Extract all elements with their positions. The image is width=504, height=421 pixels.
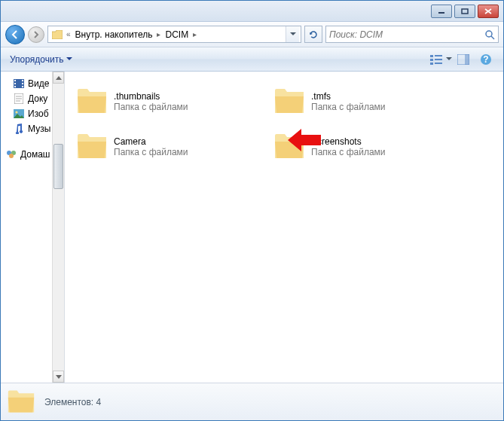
breadcrumb-seg-2[interactable]: DCIM	[162, 29, 191, 40]
maximize-icon	[461, 8, 469, 14]
status-bar: Элементов: 4	[1, 383, 503, 420]
svg-rect-5	[430, 59, 433, 61]
folder-icon	[273, 131, 305, 163]
music-icon	[13, 123, 25, 135]
folder-subtitle: Папка с файлами	[114, 102, 188, 112]
search-icon	[484, 29, 495, 40]
homegroup-icon	[5, 148, 17, 160]
refresh-icon	[308, 29, 319, 40]
svg-rect-8	[435, 63, 442, 64]
toolbar: Упорядочить ?	[1, 47, 503, 72]
chevron-right-icon: ▸	[191, 30, 198, 38]
svg-rect-17	[22, 80, 23, 81]
chevron-down-icon	[290, 32, 296, 37]
sidebar-scrollbar[interactable]	[52, 72, 64, 383]
sidebar-item-label: Виде	[28, 78, 49, 89]
close-icon	[484, 8, 492, 14]
sidebar-item-label: Домаш	[20, 149, 50, 160]
view-options-button[interactable]	[429, 50, 452, 69]
minimize-icon	[438, 8, 445, 14]
chevron-up-icon	[56, 76, 62, 80]
svg-rect-7	[430, 63, 433, 65]
back-button[interactable]	[5, 25, 25, 44]
svg-rect-18	[22, 83, 23, 84]
forward-button[interactable]	[28, 26, 44, 43]
folder-name: Screenshots	[311, 136, 386, 147]
nav-bar: « Внутр. накопитель ▸ DCIM ▸	[1, 22, 503, 47]
folder-icon	[76, 86, 108, 117]
address-dropdown[interactable]	[286, 26, 299, 42]
svg-rect-3	[430, 55, 433, 57]
sidebar-item-label: Музы	[28, 124, 50, 134]
folder-icon	[76, 131, 108, 163]
folder-icon	[7, 388, 35, 416]
sidebar: Виде Доку Изоб Музы Домаш	[1, 72, 65, 383]
folder-icon	[273, 86, 305, 117]
scroll-track[interactable]	[53, 84, 64, 371]
help-button[interactable]: ?	[475, 50, 497, 69]
folder-item[interactable]: .thumbnails Папка с файлами	[71, 81, 267, 123]
chevron-down-icon	[56, 375, 62, 379]
organize-menu[interactable]: Упорядочить	[7, 51, 81, 68]
folder-subtitle: Папка с файлами	[311, 102, 386, 112]
svg-rect-0	[438, 12, 444, 14]
sidebar-item-label: Доку	[28, 93, 47, 104]
refresh-button[interactable]	[304, 26, 322, 43]
folder-subtitle: Папка с файлами	[114, 147, 188, 157]
folder-item[interactable]: .tmfs Папка с файлами	[268, 81, 464, 123]
svg-point-2	[486, 31, 492, 37]
breadcrumb-seg-1[interactable]: Внутр. накопитель	[72, 29, 156, 40]
chevron-down-icon	[66, 57, 72, 62]
picture-icon	[13, 108, 25, 120]
chevron-left-icon: «	[65, 30, 72, 38]
view-icon	[430, 54, 444, 65]
svg-rect-14	[14, 80, 16, 81]
titlebar	[1, 1, 503, 22]
folder-view[interactable]: .thumbnails Папка с файлами .tmfs Папка …	[65, 72, 503, 383]
scroll-up-button[interactable]	[53, 72, 64, 84]
folder-name: .tmfs	[311, 91, 386, 102]
svg-rect-10	[465, 54, 469, 65]
scroll-thumb[interactable]	[53, 144, 63, 189]
arrow-right-icon	[32, 30, 41, 39]
help-icon: ?	[480, 53, 492, 66]
document-icon	[13, 93, 25, 105]
sidebar-item-label: Изоб	[28, 108, 49, 119]
folder-name: .thumbnails	[114, 91, 188, 102]
folder-item[interactable]: Camera Папка с файлами	[71, 126, 267, 168]
folder-subtitle: Папка с файлами	[311, 147, 386, 157]
preview-pane-button[interactable]	[452, 50, 475, 69]
explorer-window: « Внутр. накопитель ▸ DCIM ▸ Упорядочить	[0, 0, 504, 421]
scroll-down-button[interactable]	[53, 371, 64, 383]
content-area: Виде Доку Изоб Музы Домаш	[1, 72, 503, 383]
svg-rect-4	[435, 55, 442, 56]
status-text: Элементов: 4	[44, 397, 101, 407]
svg-rect-6	[435, 59, 442, 60]
preview-pane-icon	[457, 54, 469, 65]
close-button[interactable]	[478, 5, 499, 18]
svg-point-25	[9, 154, 14, 158]
svg-rect-1	[462, 9, 468, 14]
minimize-button[interactable]	[431, 5, 452, 18]
svg-rect-19	[22, 86, 23, 87]
svg-rect-16	[14, 86, 16, 87]
svg-rect-15	[14, 83, 16, 84]
address-bar[interactable]: « Внутр. накопитель ▸ DCIM ▸	[47, 26, 301, 43]
search-input[interactable]	[329, 29, 484, 40]
search-bar[interactable]	[325, 26, 499, 43]
maximize-button[interactable]	[454, 5, 475, 18]
chevron-right-icon: ▸	[155, 30, 162, 38]
svg-point-22	[16, 111, 18, 114]
organize-label: Упорядочить	[10, 54, 63, 65]
arrow-left-icon	[10, 29, 20, 40]
chevron-down-icon	[446, 57, 452, 62]
folder-item[interactable]: Screenshots Папка с файлами	[268, 126, 464, 168]
svg-text:?: ?	[483, 54, 488, 65]
folder-name: Camera	[114, 136, 188, 147]
folder-icon	[51, 29, 63, 41]
video-icon	[13, 78, 25, 90]
